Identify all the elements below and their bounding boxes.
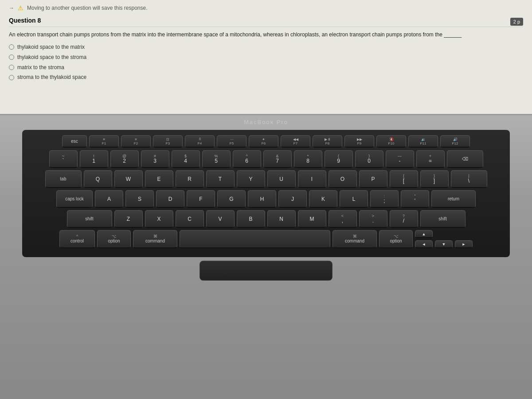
key-open-bracket[interactable]: {[ xyxy=(390,170,418,188)
warning-text: Moving to another question will save thi… xyxy=(27,5,147,11)
key-backtick[interactable]: ~` xyxy=(49,150,78,168)
key-t[interactable]: T xyxy=(206,170,235,188)
zxcv-row: shift Z X C V B N M <, >. ?/ shift xyxy=(29,210,503,228)
radio-3[interactable] xyxy=(9,65,14,70)
key-capslock[interactable]: caps lock xyxy=(56,190,93,208)
key-minus[interactable]: —- xyxy=(386,150,414,168)
question-text: An electron transport chain pumps proton… xyxy=(9,31,523,39)
key-f8[interactable]: ▶⏸F8 xyxy=(313,135,342,148)
key-3[interactable]: #3 xyxy=(141,150,169,168)
key-command-left[interactable]: ⌘ command xyxy=(133,230,177,248)
key-b[interactable]: B xyxy=(237,210,265,228)
key-shift-right[interactable]: shift xyxy=(420,210,466,228)
option-2[interactable]: thylakoid space to the stroma xyxy=(9,52,523,63)
key-period[interactable]: >. xyxy=(359,210,387,228)
key-f10[interactable]: 🔇F10 xyxy=(376,135,406,148)
key-esc[interactable]: esc xyxy=(62,135,87,148)
key-k[interactable]: K xyxy=(309,190,337,208)
key-w[interactable]: W xyxy=(114,170,143,188)
bottom-row: ^ control ⌥ option ⌘ command ⌘ command ⌥… xyxy=(29,230,503,248)
key-arrow-up[interactable]: ▲ xyxy=(415,230,433,238)
key-option-left[interactable]: ⌥ option xyxy=(97,230,131,248)
key-7[interactable]: &7 xyxy=(263,150,292,168)
key-c[interactable]: C xyxy=(176,210,204,228)
key-v[interactable]: V xyxy=(206,210,235,228)
key-equals[interactable]: += xyxy=(416,150,445,168)
key-g[interactable]: G xyxy=(217,190,246,208)
key-f1[interactable]: ☀F1 xyxy=(89,135,119,148)
screen: → ⚠ Moving to another question will save… xyxy=(0,0,532,115)
key-6[interactable]: ^6 xyxy=(233,150,261,168)
key-arrow-right[interactable]: ► xyxy=(455,240,473,248)
key-9[interactable]: (9 xyxy=(325,150,353,168)
key-arrow-down[interactable]: ▼ xyxy=(435,240,453,248)
keyboard: esc ☀F1 ✳F2 ⊡F3 ⠿F4 ⋯F5 ✦F6 ◀◀F7 ▶⏸F8 ▶▶… xyxy=(22,130,510,257)
fn-row: esc ☀F1 ✳F2 ⊡F3 ⠿F4 ⋯F5 ✦F6 ◀◀F7 ▶⏸F8 ▶▶… xyxy=(29,135,503,149)
key-option-right[interactable]: ⌥ option xyxy=(379,230,413,248)
key-close-bracket[interactable]: }] xyxy=(420,170,449,188)
number-row: ~` !1 @2 #3 $4 %5 ^6 &7 *8 (9 )0 —- += ⌫ xyxy=(29,150,503,168)
key-y[interactable]: Y xyxy=(237,170,265,188)
key-j[interactable]: J xyxy=(278,190,307,208)
key-space[interactable] xyxy=(180,230,330,248)
key-quote[interactable]: "' xyxy=(401,190,429,208)
key-f3[interactable]: ⊡F3 xyxy=(153,135,183,148)
radio-4[interactable] xyxy=(9,75,14,80)
key-h[interactable]: H xyxy=(248,190,276,208)
key-backspace[interactable]: ⌫ xyxy=(447,150,483,168)
trackpad[interactable] xyxy=(200,261,332,281)
key-shift-left[interactable]: shift xyxy=(67,210,112,228)
key-backslash[interactable]: |\ xyxy=(451,170,487,188)
key-q[interactable]: Q xyxy=(84,170,112,188)
key-p[interactable]: P xyxy=(359,170,387,188)
key-z[interactable]: Z xyxy=(114,210,143,228)
key-f11[interactable]: 🔉F11 xyxy=(408,135,438,148)
key-a[interactable]: A xyxy=(95,190,123,208)
laptop-body: MacBook Pro esc ☀F1 ✳F2 ⊡F3 ⠿F4 ⋯F5 ✦F6 … xyxy=(0,115,532,399)
key-slash[interactable]: ?/ xyxy=(390,210,418,228)
key-1[interactable]: !1 xyxy=(80,150,108,168)
key-comma[interactable]: <, xyxy=(329,210,357,228)
question-header: Question 8 xyxy=(9,17,523,27)
key-u[interactable]: U xyxy=(267,170,296,188)
asdf-row: caps lock A S D F G H J K L :; "' return xyxy=(29,190,503,208)
qwerty-row: tab Q W E R T Y U I O P {[ }] |\ xyxy=(29,170,503,188)
key-8[interactable]: *8 xyxy=(294,150,322,168)
key-o[interactable]: O xyxy=(329,170,357,188)
key-0[interactable]: )0 xyxy=(355,150,383,168)
option-3[interactable]: matrix to the stroma xyxy=(9,63,523,73)
radio-2[interactable] xyxy=(9,55,14,60)
key-arrow-left[interactable]: ◄ xyxy=(415,240,433,248)
key-l[interactable]: L xyxy=(340,190,368,208)
key-d[interactable]: D xyxy=(156,190,184,208)
key-tab[interactable]: tab xyxy=(45,170,82,188)
key-4[interactable]: $4 xyxy=(172,150,200,168)
key-f2[interactable]: ✳F2 xyxy=(121,135,151,148)
key-semicolon[interactable]: :; xyxy=(370,190,399,208)
option-4[interactable]: stroma to the thylakoid space xyxy=(9,72,523,82)
key-f5[interactable]: ⋯F5 xyxy=(217,135,246,148)
key-2[interactable]: @2 xyxy=(110,150,139,168)
key-n[interactable]: N xyxy=(267,210,296,228)
key-f6[interactable]: ✦F6 xyxy=(249,135,278,148)
key-f4[interactable]: ⠿F4 xyxy=(185,135,215,148)
key-f12[interactable]: 🔊F12 xyxy=(440,135,470,148)
key-f7[interactable]: ◀◀F7 xyxy=(281,135,310,148)
key-e[interactable]: E xyxy=(145,170,173,188)
points-badge: 2 p xyxy=(510,18,523,26)
key-i[interactable]: I xyxy=(298,170,326,188)
answer-options: thylakoid space to the matrix thylakoid … xyxy=(9,42,523,82)
key-f9[interactable]: ▶▶F9 xyxy=(344,135,374,148)
option-1[interactable]: thylakoid space to the matrix xyxy=(9,42,523,52)
key-return[interactable]: return xyxy=(431,190,476,208)
arrow-icon: → xyxy=(9,5,14,11)
key-5[interactable]: %5 xyxy=(202,150,231,168)
key-control[interactable]: ^ control xyxy=(59,230,95,248)
radio-1[interactable] xyxy=(9,44,14,50)
key-m[interactable]: M xyxy=(298,210,326,228)
key-f[interactable]: F xyxy=(187,190,215,208)
key-s[interactable]: S xyxy=(125,190,154,208)
key-command-right[interactable]: ⌘ command xyxy=(332,230,377,248)
key-x[interactable]: X xyxy=(145,210,173,228)
key-r[interactable]: R xyxy=(176,170,204,188)
